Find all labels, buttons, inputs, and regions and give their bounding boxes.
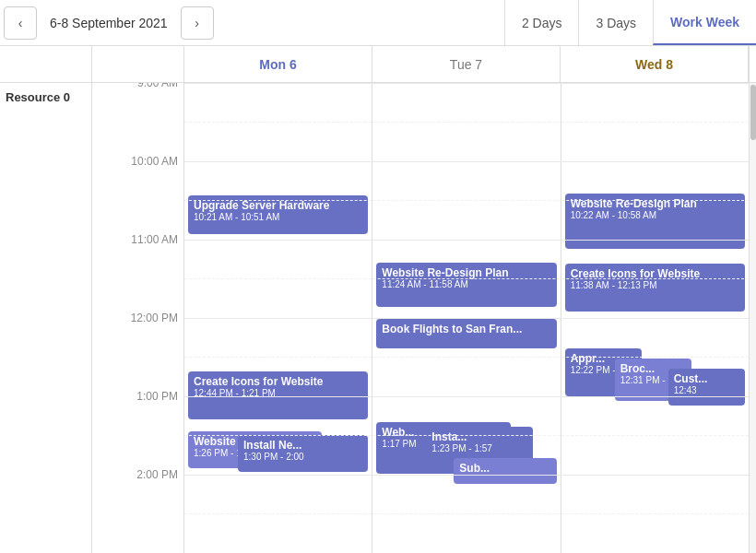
time-1000: 10:00 AM [131,155,178,168]
event-create-icons-wed-title: Create Icons for Website [571,267,739,280]
event-install-mon[interactable]: Install Ne... 1:30 PM - 2:00 [238,435,368,472]
day-header-tue: Tue 7 [372,46,561,82]
event-redesign-wed-title: Website Re-Design Plan [571,197,739,210]
event-insta-tue-time: 1:23 PM - 1:57 [431,443,526,453]
event-redesign-tue-title: Website Re-Design Plan [382,266,550,279]
resource-sidebar: Resource 0 [0,83,92,553]
tab-3days[interactable]: 3 Days [578,0,653,45]
scroll-spacer [749,46,756,82]
day-header-wed: Wed 8 [561,46,749,82]
calendar-container: ‹ 6-8 September 2021 › 2 Days 3 Days Wor… [0,0,756,553]
event-upgrade-server[interactable]: Upgrade Server Hardware 10:21 AM - 10:51… [188,195,368,234]
view-tabs: 2 Days 3 Days Work Week [504,0,756,45]
time-200: 2:00 PM [136,468,178,481]
event-upgrade-server-title: Upgrade Server Hardware [194,199,362,212]
event-create-icons-mon[interactable]: Create Icons for Website 12:44 PM - 1:21… [188,371,368,419]
time-900: 9:00 AM [137,83,178,89]
event-cust-wed-title: Cust... [674,372,739,385]
time-1200: 12:00 PM [131,312,178,324]
event-sub-tue-title: Sub... [459,462,550,475]
event-cust-wed[interactable]: Cust... 12:43 [668,369,745,406]
event-sub-tue[interactable]: Sub... [454,458,556,484]
event-create-icons-mon-time: 12:44 PM - 1:21 PM [194,388,362,398]
time-1100: 11:00 AM [131,233,178,246]
day-col-wed: Website Re-Design Plan 10:22 AM - 10:58 … [561,83,749,553]
event-redesign-tue-time: 11:24 AM - 11:58 AM [382,279,550,289]
event-insta-tue-title: Insta... [431,430,526,443]
event-redesign-tue[interactable]: Website Re-Design Plan 11:24 AM - 11:58 … [376,263,556,307]
event-flights-tue-title: Book Flights to San Fran... [382,323,550,335]
day-col-mon: Upgrade Server Hardware 10:21 AM - 10:51… [184,83,372,553]
days-area: Upgrade Server Hardware 10:21 AM - 10:51… [184,83,749,553]
resource-label: Resource 0 [0,83,91,553]
event-create-icons-wed-time: 11:38 AM - 12:13 PM [571,280,739,290]
event-cust-wed-time: 12:43 [674,385,739,395]
tab-workweek[interactable]: Work Week [653,0,756,45]
day-header-mon: Mon 6 [184,46,372,82]
event-redesign-wed-time: 10:22 AM - 10:58 AM [571,210,739,220]
next-button[interactable]: › [181,6,214,40]
event-create-icons-mon-title: Create Icons for Website [194,375,362,388]
scrollbar[interactable] [749,83,756,553]
date-range: 6-8 September 2021 [41,16,177,30]
header: ‹ 6-8 September 2021 › 2 Days 3 Days Wor… [0,0,756,46]
time-100: 1:00 PM [136,390,178,403]
time-labels: 9:00 AM 10:00 AM 11:00 AM 12:00 PM 1:00 … [92,83,184,553]
event-install-mon-title: Install Ne... [243,439,362,452]
day-header-row: Mon 6 Tue 7 Wed 8 [0,46,756,83]
event-install-mon-time: 1:30 PM - 2:00 [243,452,362,462]
time-col-header [92,46,184,82]
event-redesign-wed[interactable]: Website Re-Design Plan 10:22 AM - 10:58 … [565,194,745,249]
event-flights-tue[interactable]: Book Flights to San Fran... [376,319,556,348]
day-col-tue: Website Re-Design Plan 11:24 AM - 11:58 … [372,83,561,553]
event-upgrade-server-time: 10:21 AM - 10:51 AM [194,212,362,222]
event-create-icons-wed[interactable]: Create Icons for Website 11:38 AM - 12:1… [565,264,745,312]
tab-2days[interactable]: 2 Days [504,0,579,45]
grid-content: 9:00 AM 10:00 AM 11:00 AM 12:00 PM 1:00 … [92,83,756,553]
prev-button[interactable]: ‹ [4,6,37,40]
main-grid: Resource 0 9:00 AM 10:00 AM 11:00 AM 12:… [0,83,756,553]
resource-col-header [0,46,92,82]
